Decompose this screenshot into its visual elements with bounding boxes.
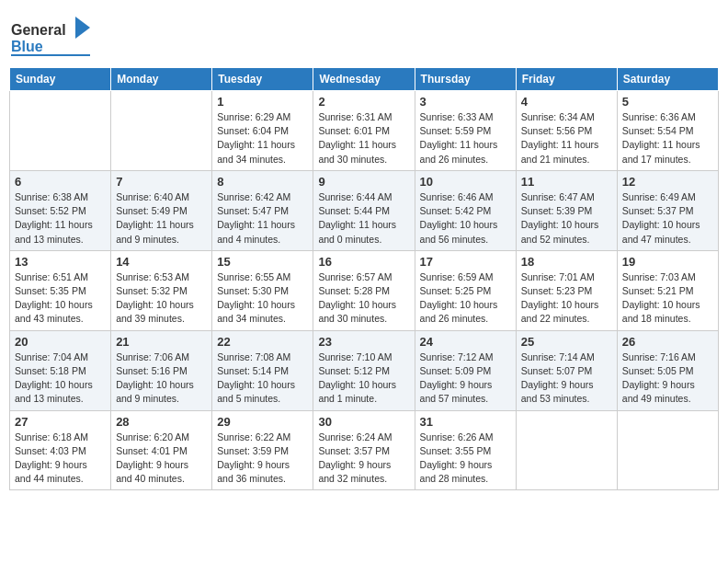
- day-info: Sunrise: 6:20 AMSunset: 4:01 PMDaylight:…: [116, 431, 207, 487]
- day-number: 11: [521, 175, 612, 189]
- day-number: 26: [622, 335, 713, 349]
- day-info: Sunrise: 7:06 AMSunset: 5:16 PMDaylight:…: [116, 350, 207, 407]
- calendar-cell: 17Sunrise: 6:59 AMSunset: 5:25 PMDayligh…: [415, 250, 516, 330]
- calendar-cell: 29Sunrise: 6:22 AMSunset: 3:59 PMDayligh…: [212, 410, 313, 490]
- day-number: 19: [622, 255, 713, 269]
- calendar-cell: 6Sunrise: 6:38 AMSunset: 5:52 PMDaylight…: [10, 170, 111, 250]
- calendar-cell: [617, 410, 718, 490]
- day-number: 16: [318, 255, 409, 269]
- svg-marker-1: [75, 17, 90, 39]
- day-info: Sunrise: 7:04 AMSunset: 5:18 PMDaylight:…: [15, 350, 106, 407]
- svg-text:General: General: [11, 22, 66, 38]
- calendar-cell: 23Sunrise: 7:10 AMSunset: 5:12 PMDayligh…: [313, 330, 415, 410]
- logo: General Blue: [9, 9, 92, 60]
- calendar-cell: 20Sunrise: 7:04 AMSunset: 5:18 PMDayligh…: [10, 330, 111, 410]
- day-info: Sunrise: 6:53 AMSunset: 5:32 PMDaylight:…: [116, 270, 207, 327]
- calendar-cell: 25Sunrise: 7:14 AMSunset: 5:07 PMDayligh…: [516, 330, 617, 410]
- day-info: Sunrise: 6:22 AMSunset: 3:59 PMDaylight:…: [217, 431, 308, 487]
- day-number: 18: [521, 255, 612, 269]
- day-info: Sunrise: 6:55 AMSunset: 5:30 PMDaylight:…: [217, 270, 308, 327]
- calendar-cell: 31Sunrise: 6:26 AMSunset: 3:55 PMDayligh…: [415, 410, 516, 490]
- calendar-cell: 8Sunrise: 6:42 AMSunset: 5:47 PMDaylight…: [212, 170, 313, 250]
- day-info: Sunrise: 6:24 AMSunset: 3:57 PMDaylight:…: [318, 431, 409, 487]
- calendar-cell: 4Sunrise: 6:34 AMSunset: 5:56 PMDaylight…: [516, 91, 617, 171]
- day-info: Sunrise: 6:31 AMSunset: 6:01 PMDaylight:…: [318, 110, 409, 167]
- calendar-cell: 2Sunrise: 6:31 AMSunset: 6:01 PMDaylight…: [313, 91, 415, 171]
- day-number: 17: [420, 255, 511, 269]
- calendar-cell: 24Sunrise: 7:12 AMSunset: 5:09 PMDayligh…: [415, 330, 516, 410]
- day-number: 14: [116, 255, 207, 269]
- day-number: 9: [318, 175, 409, 189]
- day-info: Sunrise: 6:34 AMSunset: 5:56 PMDaylight:…: [521, 110, 612, 167]
- day-number: 28: [116, 415, 207, 429]
- day-number: 13: [15, 255, 106, 269]
- calendar-week-row: 1Sunrise: 6:29 AMSunset: 6:04 PMDaylight…: [10, 91, 719, 171]
- calendar-week-row: 13Sunrise: 6:51 AMSunset: 5:35 PMDayligh…: [10, 250, 719, 330]
- calendar-cell: 16Sunrise: 6:57 AMSunset: 5:28 PMDayligh…: [313, 250, 415, 330]
- day-info: Sunrise: 6:51 AMSunset: 5:35 PMDaylight:…: [15, 270, 106, 327]
- day-number: 8: [217, 175, 308, 189]
- day-number: 7: [116, 175, 207, 189]
- day-info: Sunrise: 7:16 AMSunset: 5:05 PMDaylight:…: [622, 350, 713, 407]
- day-info: Sunrise: 7:14 AMSunset: 5:07 PMDaylight:…: [521, 350, 612, 407]
- day-number: 27: [15, 415, 106, 429]
- calendar-cell: 10Sunrise: 6:46 AMSunset: 5:42 PMDayligh…: [415, 170, 516, 250]
- calendar-week-row: 20Sunrise: 7:04 AMSunset: 5:18 PMDayligh…: [10, 330, 719, 410]
- calendar-cell: [516, 410, 617, 490]
- day-info: Sunrise: 6:36 AMSunset: 5:54 PMDaylight:…: [622, 110, 713, 167]
- day-number: 3: [420, 95, 511, 109]
- header-day: Tuesday: [212, 68, 313, 91]
- header: General Blue: [9, 9, 719, 60]
- day-info: Sunrise: 7:01 AMSunset: 5:23 PMDaylight:…: [521, 270, 612, 327]
- day-info: Sunrise: 6:59 AMSunset: 5:25 PMDaylight:…: [420, 270, 511, 327]
- header-day: Thursday: [415, 68, 516, 91]
- day-number: 23: [318, 335, 409, 349]
- day-info: Sunrise: 7:03 AMSunset: 5:21 PMDaylight:…: [622, 270, 713, 327]
- day-info: Sunrise: 6:40 AMSunset: 5:49 PMDaylight:…: [116, 190, 207, 247]
- day-number: 1: [217, 95, 308, 109]
- day-number: 6: [15, 175, 106, 189]
- day-number: 21: [116, 335, 207, 349]
- header-row: SundayMondayTuesdayWednesdayThursdayFrid…: [10, 68, 719, 91]
- calendar-week-row: 6Sunrise: 6:38 AMSunset: 5:52 PMDaylight…: [10, 170, 719, 250]
- day-info: Sunrise: 7:08 AMSunset: 5:14 PMDaylight:…: [217, 350, 308, 407]
- day-number: 24: [420, 335, 511, 349]
- calendar-cell: 21Sunrise: 7:06 AMSunset: 5:16 PMDayligh…: [111, 330, 212, 410]
- calendar-cell: 5Sunrise: 6:36 AMSunset: 5:54 PMDaylight…: [617, 91, 718, 171]
- calendar-cell: 22Sunrise: 7:08 AMSunset: 5:14 PMDayligh…: [212, 330, 313, 410]
- day-info: Sunrise: 6:57 AMSunset: 5:28 PMDaylight:…: [318, 270, 409, 327]
- calendar-cell: 13Sunrise: 6:51 AMSunset: 5:35 PMDayligh…: [10, 250, 111, 330]
- calendar-cell: 12Sunrise: 6:49 AMSunset: 5:37 PMDayligh…: [617, 170, 718, 250]
- day-number: 10: [420, 175, 511, 189]
- calendar-cell: 30Sunrise: 6:24 AMSunset: 3:57 PMDayligh…: [313, 410, 415, 490]
- header-day: Monday: [111, 68, 212, 91]
- calendar-table: SundayMondayTuesdayWednesdayThursdayFrid…: [9, 67, 719, 490]
- calendar-cell: 15Sunrise: 6:55 AMSunset: 5:30 PMDayligh…: [212, 250, 313, 330]
- day-number: 15: [217, 255, 308, 269]
- day-info: Sunrise: 7:10 AMSunset: 5:12 PMDaylight:…: [318, 350, 409, 407]
- day-number: 29: [217, 415, 308, 429]
- calendar-cell: 18Sunrise: 7:01 AMSunset: 5:23 PMDayligh…: [516, 250, 617, 330]
- day-number: 31: [420, 415, 511, 429]
- day-info: Sunrise: 6:42 AMSunset: 5:47 PMDaylight:…: [217, 190, 308, 247]
- calendar-cell: [10, 91, 111, 171]
- day-info: Sunrise: 6:46 AMSunset: 5:42 PMDaylight:…: [420, 190, 511, 247]
- day-number: 5: [622, 95, 713, 109]
- calendar-week-row: 27Sunrise: 6:18 AMSunset: 4:03 PMDayligh…: [10, 410, 719, 490]
- header-day: Saturday: [617, 68, 718, 91]
- day-info: Sunrise: 6:38 AMSunset: 5:52 PMDaylight:…: [15, 190, 106, 247]
- day-number: 30: [318, 415, 409, 429]
- calendar-cell: 19Sunrise: 7:03 AMSunset: 5:21 PMDayligh…: [617, 250, 718, 330]
- day-number: 22: [217, 335, 308, 349]
- day-info: Sunrise: 6:47 AMSunset: 5:39 PMDaylight:…: [521, 190, 612, 247]
- calendar-cell: 11Sunrise: 6:47 AMSunset: 5:39 PMDayligh…: [516, 170, 617, 250]
- calendar-cell: 14Sunrise: 6:53 AMSunset: 5:32 PMDayligh…: [111, 250, 212, 330]
- header-day: Sunday: [10, 68, 111, 91]
- header-day: Friday: [516, 68, 617, 91]
- day-number: 12: [622, 175, 713, 189]
- calendar-cell: 27Sunrise: 6:18 AMSunset: 4:03 PMDayligh…: [10, 410, 111, 490]
- day-number: 2: [318, 95, 409, 109]
- day-number: 25: [521, 335, 612, 349]
- day-info: Sunrise: 6:49 AMSunset: 5:37 PMDaylight:…: [622, 190, 713, 247]
- day-info: Sunrise: 6:26 AMSunset: 3:55 PMDaylight:…: [420, 431, 511, 487]
